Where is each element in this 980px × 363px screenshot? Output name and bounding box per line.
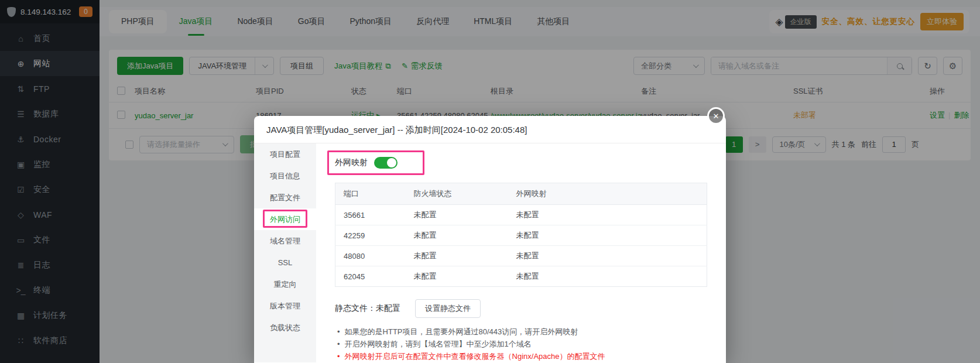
static-file-value: 未配置 xyxy=(376,303,400,314)
modal-body: 项目配置项目信息配置文件外网访问域名管理SSL重定向版本管理负载状态 外网映射 … xyxy=(254,143,726,362)
port-table: 端口 防火墙状态 外网映射 35661 未配置 未配置 42259 未配置 未配… xyxy=(335,183,707,287)
port-col-header: 端口 xyxy=(335,183,406,205)
firewall-col-header: 防火墙状态 xyxy=(406,183,508,205)
mapping-status[interactable]: 未配置 xyxy=(508,205,707,225)
port-row: 62045 未配置 未配置 xyxy=(335,266,707,287)
port-value: 48080 xyxy=(335,246,406,266)
static-file-label: 静态文件： xyxy=(335,303,376,314)
mapping-toggle[interactable] xyxy=(374,157,398,169)
modal-tab[interactable]: SSL xyxy=(254,252,316,273)
modal-tab[interactable]: 版本管理 xyxy=(254,295,316,317)
port-value: 42259 xyxy=(335,225,406,246)
firewall-status[interactable]: 未配置 xyxy=(406,246,508,266)
modal-tab[interactable]: 配置文件 xyxy=(254,187,316,208)
firewall-status[interactable]: 未配置 xyxy=(406,266,508,287)
mapping-status[interactable]: 未配置 xyxy=(508,266,707,287)
modal-tab[interactable]: 项目信息 xyxy=(254,165,316,187)
note-text: 外网映射开启后可在配置文件中查看修改服务器（Nginx/Apache）的配置文件 xyxy=(345,350,605,362)
modal-tab[interactable]: 外网访问 xyxy=(254,208,316,230)
firewall-status[interactable]: 未配置 xyxy=(406,225,508,246)
mapping-annotation-box: 外网映射 xyxy=(327,150,424,175)
java-project-modal: ✕ JAVA项目管理[yudao_server_jar] -- 添加时间[202… xyxy=(254,116,726,363)
port-row: 35661 未配置 未配置 xyxy=(335,205,707,225)
modal-tabs: 项目配置项目信息配置文件外网访问域名管理SSL重定向版本管理负载状态 xyxy=(254,143,316,362)
mapping-col-header: 外网映射 xyxy=(508,183,707,205)
modal-content: 外网映射 端口 防火墙状态 外网映射 35661 未配置 未配置 xyxy=(316,143,726,362)
port-row: 48080 未配置 未配置 xyxy=(335,246,707,266)
note-item: • 开启外网映射前，请到【域名管理】中至少添加1个域名 xyxy=(335,338,707,350)
modal-tab[interactable]: 重定向 xyxy=(254,273,316,295)
modal-close-button[interactable]: ✕ xyxy=(707,107,725,125)
mapping-label: 外网映射 xyxy=(335,157,368,168)
note-item: • 外网映射开启后可在配置文件中查看修改服务器（Nginx/Apache）的配置… xyxy=(335,350,707,362)
static-file-row: 静态文件： 未配置 设置静态文件 xyxy=(335,299,707,318)
bullet-icon: • xyxy=(337,326,340,338)
bullet-icon: • xyxy=(337,338,340,350)
port-value: 62045 xyxy=(335,266,406,287)
mapping-status[interactable]: 未配置 xyxy=(508,225,707,246)
port-value: 35661 xyxy=(335,205,406,225)
port-table-header-row: 端口 防火墙状态 外网映射 xyxy=(335,183,707,205)
port-row: 42259 未配置 未配置 xyxy=(335,225,707,246)
modal-tab[interactable]: 项目配置 xyxy=(254,143,316,165)
toggle-knob xyxy=(387,158,396,167)
note-item: • 如果您的是HTTP项目，且需要外网通过80/443访问，请开启外网映射 xyxy=(335,326,707,338)
notes-list: • 如果您的是HTTP项目，且需要外网通过80/443访问，请开启外网映射 • … xyxy=(335,326,707,362)
modal-title: JAVA项目管理[yudao_server_jar] -- 添加时间[2024-… xyxy=(254,116,726,143)
set-static-file-button[interactable]: 设置静态文件 xyxy=(415,299,481,318)
note-text: 开启外网映射前，请到【域名管理】中至少添加1个域名 xyxy=(345,338,532,350)
note-text: 如果您的是HTTP项目，且需要外网通过80/443访问，请开启外网映射 xyxy=(345,326,578,338)
modal-tab[interactable]: 域名管理 xyxy=(254,230,316,252)
mapping-status[interactable]: 未配置 xyxy=(508,246,707,266)
modal-tab[interactable]: 负载状态 xyxy=(254,317,316,338)
bullet-icon: • xyxy=(337,350,340,362)
firewall-status[interactable]: 未配置 xyxy=(406,205,508,225)
close-icon: ✕ xyxy=(713,112,719,121)
